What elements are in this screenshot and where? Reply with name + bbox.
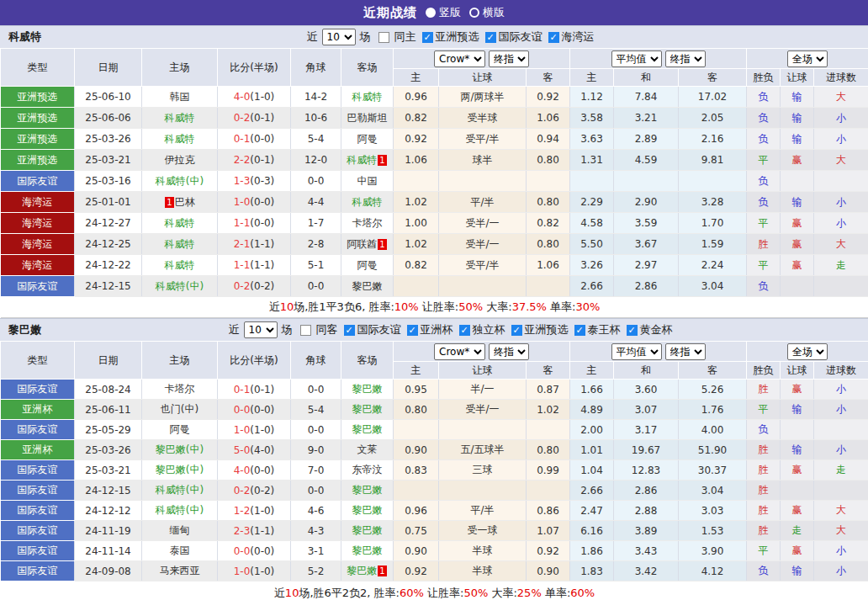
result-text: 小 (836, 565, 846, 576)
away-team: 黎巴嫩1 (341, 561, 394, 581)
competition-checkbox[interactable]: ✓ (407, 325, 418, 336)
halftime-score: (0-2) (250, 485, 274, 497)
team-name-text: 科威特(中) (156, 175, 204, 187)
avg-away (679, 171, 747, 192)
team-rank-badge: 1 (378, 155, 386, 166)
column-header: 主场 (142, 342, 218, 380)
result-text: 小 (836, 217, 846, 229)
away-team: 科威特 (341, 192, 394, 213)
match-count-select[interactable]: 10 (244, 321, 278, 338)
odds-time-select[interactable]: 终指 (489, 50, 529, 67)
odds-handicap: 平/半 (439, 501, 527, 521)
avg-source-select[interactable]: 平均值 (611, 50, 662, 67)
result-handicap (781, 420, 814, 440)
home-team: 马来西亚 (142, 561, 218, 581)
team-name-text: 也门(中) (161, 403, 198, 415)
column-header: 进球数 (814, 362, 868, 380)
odds-source-select[interactable]: Crow* (434, 343, 485, 360)
match-date: 25-06-11 (75, 400, 142, 420)
scope-select[interactable]: 全场 (787, 343, 828, 360)
summary-row: 近10场,胜6平2负2, 胜率:60% 让胜率:50% 大率:25% 单率:60… (1, 581, 868, 605)
competition-checkbox[interactable]: ✓ (459, 325, 470, 336)
avg-home: 1.01 (570, 440, 614, 460)
same-venue-checkbox[interactable] (378, 32, 389, 43)
result-goals: 小 (814, 440, 868, 460)
table-row: 国际友谊25-08-24卡塔尔0-1(0-1)0-0黎巴嫩0.95半/一0.87… (1, 380, 868, 400)
odds-time-select[interactable]: 终指 (489, 343, 529, 360)
competition-checkbox[interactable]: ✓ (548, 32, 559, 43)
result-goals: 小 (814, 561, 868, 581)
team-name-text: 科威特 (352, 91, 383, 103)
competition-checkbox[interactable]: ✓ (511, 325, 522, 336)
score: 0-2(0-2) (218, 276, 291, 297)
table-row: 国际友谊24-09-08马来西亚1-0(1-0)5-2黎巴嫩10.92半球0.9… (1, 561, 868, 581)
competition-checkbox[interactable]: ✓ (422, 32, 433, 43)
column-header: 日期 (75, 49, 142, 87)
result-outcome: 胜 (747, 440, 781, 460)
competition-checkbox[interactable]: ✓ (627, 325, 638, 336)
near-label: 近 (307, 29, 318, 45)
type-badge: 国际友谊 (1, 380, 75, 400)
result-goals: 小 (814, 192, 868, 213)
competition-checkbox[interactable]: ✓ (574, 325, 585, 336)
avg-draw: 4.59 (614, 150, 679, 171)
column-header: 比分(半场) (218, 49, 291, 87)
result-text: 输 (792, 112, 802, 124)
summary-segment: 50% (458, 300, 483, 313)
fulltime-score: 2-2 (234, 154, 251, 166)
avg-away: 2.16 (679, 129, 747, 150)
corner-score: 3-1 (291, 541, 341, 561)
scope-select[interactable]: 全场 (787, 50, 828, 67)
competition-label: 国际友谊 (357, 322, 401, 337)
layout-radio-horizontal[interactable]: 横版 (469, 5, 505, 20)
avg-draw: 12.83 (614, 460, 679, 481)
avg-home: 1.12 (570, 87, 614, 108)
team-name-text: 黎巴嫩(中) (156, 464, 204, 475)
avg-source-select[interactable]: 平均值 (611, 343, 662, 360)
avg-time-select[interactable]: 终指 (665, 50, 706, 67)
section-team-name: 科威特 (8, 29, 41, 45)
home-team: 也门(中) (142, 400, 218, 420)
team-name-text: 黎巴嫩 (352, 403, 383, 415)
avg-home: 6.16 (570, 521, 614, 541)
column-header: 让球 (781, 69, 814, 87)
same-venue-checkbox[interactable] (300, 325, 311, 336)
avg-draw: 7.84 (614, 87, 679, 108)
avg-draw: 3.17 (614, 420, 679, 440)
results-table: 类型日期主场比分(半场)角球客场Crow*终指平均值终指全场主让球客主和客胜负让… (0, 341, 868, 605)
table-body: 国际友谊25-08-24卡塔尔0-1(0-1)0-0黎巴嫩0.95半/一0.87… (1, 380, 868, 605)
halftime-score: (1-0) (250, 424, 274, 436)
competition-checkbox[interactable]: ✓ (485, 32, 496, 43)
fulltime-score: 1-0 (234, 424, 251, 436)
away-team: 黎巴嫩 (341, 541, 394, 561)
away-team: 文莱 (341, 440, 394, 460)
result-handicap: 走 (781, 521, 814, 541)
avg-draw: 19.67 (614, 440, 679, 460)
halftime-score: (0-0) (250, 404, 274, 416)
match-count-select[interactable]: 10 (322, 29, 356, 45)
result-handicap: 赢 (781, 150, 814, 171)
result-handicap: 赢 (781, 501, 814, 521)
avg-time-select[interactable]: 终指 (665, 343, 706, 360)
result-text: 走 (792, 524, 802, 536)
odds-handicap: 受半/一 (439, 213, 527, 234)
radio-selected-icon[interactable] (426, 8, 436, 18)
odds-source-select[interactable]: Crow* (434, 50, 485, 67)
avg-home: 3.58 (570, 108, 614, 129)
result-text: 负 (759, 112, 769, 124)
column-header: 让球 (439, 69, 527, 87)
type-badge: 海湾运 (1, 234, 75, 255)
match-date: 24-12-15 (75, 481, 142, 501)
odds-handicap: 两/两球半 (439, 87, 527, 108)
competition-checkbox[interactable]: ✓ (344, 325, 355, 336)
table-row: 国际友谊24-12-15科威特(中)0-2(0-2)0-0黎巴嫩2.662.86… (1, 276, 868, 297)
result-text: 输 (792, 403, 802, 415)
header-group-row: 类型日期主场比分(半场)角球客场Crow*终指平均值终指全场 (1, 49, 868, 69)
score: 4-0(1-0) (218, 87, 291, 108)
result-goals (814, 276, 868, 297)
layout-radio-vertical[interactable]: 竖版 (426, 5, 461, 20)
radio-unselected-icon[interactable] (469, 8, 479, 18)
avg-home: 1.83 (570, 561, 614, 581)
summary-segment: 单率: (542, 587, 571, 599)
avg-away: 3.90 (679, 541, 747, 561)
